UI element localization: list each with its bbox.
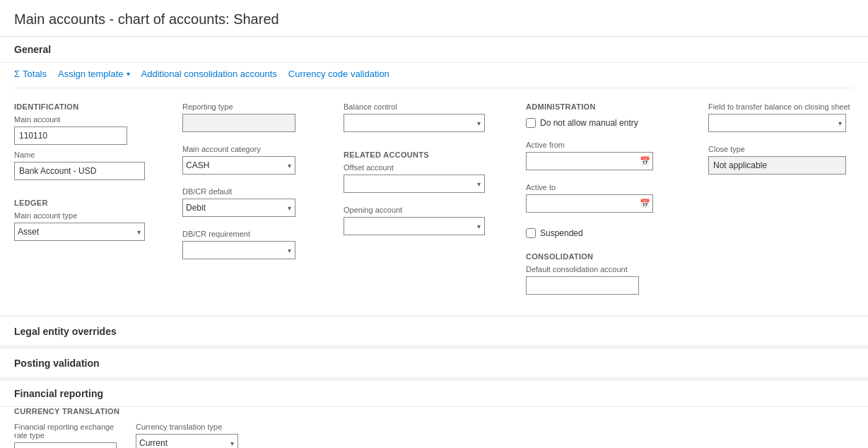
db-cr-requirement-group: DB/CR requirement xyxy=(182,230,310,259)
do-not-allow-wrapper[interactable]: Do not allow manual entry xyxy=(526,118,674,128)
db-cr-requirement-wrapper xyxy=(182,241,295,259)
financial-reporting-section: Financial reporting CURRENCY TRANSLATION… xyxy=(0,381,868,448)
financial-reporting-title: Financial reporting xyxy=(14,388,103,399)
legal-entity-title: Legal entity overrides xyxy=(14,326,117,337)
main-account-label: Main account xyxy=(14,115,148,124)
main-account-category-select[interactable]: CASH Other xyxy=(182,156,295,175)
field-transfer-select[interactable] xyxy=(708,114,846,132)
active-from-group: Active from 📅 xyxy=(526,141,674,170)
main-account-input[interactable] xyxy=(14,126,127,145)
currency-translation-type-select[interactable]: Current Historical Average xyxy=(136,434,238,448)
close-type-group: Close type xyxy=(708,145,857,175)
main-account-category-group: Main account category CASH Other xyxy=(182,145,310,175)
page-title: Main accounts - chart of accounts: Share… xyxy=(14,11,854,28)
identification-label: IDENTIFICATION xyxy=(14,102,148,111)
active-from-input[interactable] xyxy=(526,152,653,170)
consolidation-group: CONSOLIDATION Default consolidation acco… xyxy=(526,252,674,295)
main-account-category-wrapper: CASH Other xyxy=(182,156,295,175)
offset-account-label: Offset account xyxy=(344,163,492,172)
db-cr-default-label: DB/CR default xyxy=(182,187,310,196)
balance-control-wrapper xyxy=(344,114,485,132)
name-input[interactable] xyxy=(14,162,145,180)
content: General Σ Totals Assign template ▾ Addit… xyxy=(0,37,868,448)
assign-template-button[interactable]: Assign template ▾ xyxy=(58,69,130,79)
balance-column: Balance control RELATED ACCOUNTS Offset … xyxy=(344,102,492,300)
db-cr-default-wrapper: Debit Credit xyxy=(182,199,295,217)
administration-label: ADMINISTRATION xyxy=(526,102,674,111)
currency-translation-type-wrapper: Current Historical Average xyxy=(136,434,238,448)
offset-account-select[interactable] xyxy=(344,175,485,193)
related-accounts-group: RELATED ACCOUNTS Offset account xyxy=(344,151,492,193)
legal-entity-header[interactable]: Legal entity overrides xyxy=(0,317,868,346)
reporting-type-group: Reporting type xyxy=(182,102,310,132)
suspended-wrapper[interactable]: Suspended xyxy=(526,228,674,238)
fin-exchange-rate-select[interactable]: Default Spot Average xyxy=(14,442,117,448)
identification-column: IDENTIFICATION Main account Name LEDGER … xyxy=(14,102,148,300)
page-header: Main accounts - chart of accounts: Share… xyxy=(0,0,868,37)
currency-code-button[interactable]: Currency code validation xyxy=(288,69,389,79)
currency-translation-type-group: Currency translation type Current Histor… xyxy=(136,423,249,448)
balance-control-label: Balance control xyxy=(344,102,492,111)
additional-consolidation-button[interactable]: Additional consolidation accounts xyxy=(141,69,277,79)
main-form: IDENTIFICATION Main account Name LEDGER … xyxy=(14,100,854,300)
close-type-input xyxy=(708,156,846,175)
active-from-label: Active from xyxy=(526,141,674,149)
posting-validation-header[interactable]: Posting validation xyxy=(0,349,868,378)
financial-reporting-header: Financial reporting xyxy=(0,381,868,407)
db-cr-requirement-label: DB/CR requirement xyxy=(182,230,310,238)
active-to-input[interactable] xyxy=(526,194,653,213)
balance-control-group: Balance control xyxy=(344,102,492,132)
fin-exchange-rate-type-group: Financial reporting exchange rate type D… xyxy=(14,423,127,448)
currency-code-label: Currency code validation xyxy=(288,69,389,79)
main-account-type-label: Main account type xyxy=(14,211,148,220)
general-section: General Σ Totals Assign template ▾ Addit… xyxy=(0,37,868,314)
opening-account-select[interactable] xyxy=(344,217,485,235)
default-consolidation-label: Default consolidation account xyxy=(526,265,674,273)
main-account-category-label: Main account category xyxy=(182,145,310,153)
reporting-column: Reporting type Main account category CAS… xyxy=(182,102,310,300)
suspended-checkbox[interactable] xyxy=(526,228,536,238)
ledger-group: LEDGER Main account type Asset Liability… xyxy=(14,199,148,241)
field-transfer-group: Field to transfer balance on closing she… xyxy=(708,102,857,132)
posting-validation-title: Posting validation xyxy=(14,358,100,369)
administration-column: ADMINISTRATION Do not allow manual entry… xyxy=(526,102,674,300)
financial-reporting-form: CURRENCY TRANSLATION Financial reporting… xyxy=(0,407,868,448)
db-cr-requirement-select[interactable] xyxy=(182,241,295,259)
balance-control-select[interactable] xyxy=(344,114,485,132)
opening-account-group: Opening account xyxy=(344,206,492,235)
active-to-wrapper: 📅 xyxy=(526,194,653,213)
fin-exchange-rate-wrapper: Default Spot Average xyxy=(14,442,117,448)
field-transfer-column: Field to transfer balance on closing she… xyxy=(708,102,857,300)
ledger-label: LEDGER xyxy=(14,199,148,207)
field-transfer-wrapper xyxy=(708,114,846,132)
db-cr-default-select[interactable]: Debit Credit xyxy=(182,199,295,217)
identification-group: IDENTIFICATION Main account Name xyxy=(14,102,148,180)
administration-group: ADMINISTRATION Do not allow manual entry xyxy=(526,102,674,128)
name-label: Name xyxy=(14,151,148,159)
totals-button[interactable]: Σ Totals xyxy=(14,69,47,79)
opening-account-label: Opening account xyxy=(344,206,492,214)
active-from-wrapper: 📅 xyxy=(526,152,653,170)
general-section-title: General xyxy=(14,44,51,55)
do-not-allow-label: Do not allow manual entry xyxy=(540,118,638,128)
posting-validation-section: Posting validation xyxy=(0,349,868,378)
toolbar: Σ Totals Assign template ▾ Additional co… xyxy=(14,63,854,88)
main-account-type-wrapper: Asset Liability Equity Revenue Expense xyxy=(14,223,145,241)
currency-translation-label: CURRENCY TRANSLATION xyxy=(14,407,854,415)
currency-translation-fields: Financial reporting exchange rate type D… xyxy=(14,423,854,448)
sigma-icon: Σ xyxy=(14,69,20,79)
chevron-down-icon: ▾ xyxy=(127,70,130,78)
reporting-type-input xyxy=(182,114,295,132)
do-not-allow-checkbox[interactable] xyxy=(526,118,536,128)
legal-entity-section: Legal entity overrides xyxy=(0,317,868,346)
currency-translation-type-label: Currency translation type xyxy=(136,423,249,431)
close-type-label: Close type xyxy=(708,145,857,153)
general-section-header: General xyxy=(0,37,868,63)
fin-exchange-rate-label: Financial reporting exchange rate type xyxy=(14,423,127,440)
additional-consolidation-label: Additional consolidation accounts xyxy=(141,69,277,79)
offset-account-wrapper xyxy=(344,175,485,193)
default-consolidation-input[interactable] xyxy=(526,276,639,295)
db-cr-default-group: DB/CR default Debit Credit xyxy=(182,187,310,217)
field-transfer-label: Field to transfer balance on closing she… xyxy=(708,102,857,111)
main-account-type-select[interactable]: Asset Liability Equity Revenue Expense xyxy=(14,223,145,241)
